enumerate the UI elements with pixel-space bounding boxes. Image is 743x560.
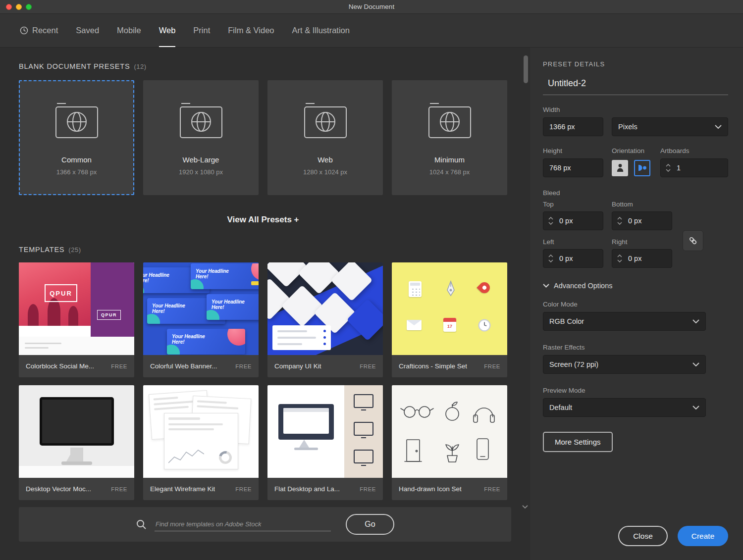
template-name: Flat Desktop and La... <box>274 485 340 493</box>
preset-size: 1920 x 1080 px <box>179 168 223 176</box>
tab-web[interactable]: Web <box>159 14 176 47</box>
orientation-portrait-button[interactable] <box>612 160 628 176</box>
more-settings-button[interactable]: More Settings <box>543 432 613 452</box>
title-bar: New Document <box>0 0 743 14</box>
raster-effects-select[interactable]: Screen (72 ppi) <box>543 355 706 374</box>
wire-bar <box>197 405 238 409</box>
preview-mode-select[interactable]: Default <box>543 398 706 417</box>
tab-print[interactable]: Print <box>193 14 210 47</box>
preset-card-common[interactable]: Common 1366 x 768 px <box>19 80 134 195</box>
imac-base <box>61 461 92 465</box>
presets-heading-text: BLANK DOCUMENT PRESETS <box>19 62 130 70</box>
bleed-bottom-label: Bottom <box>612 201 672 208</box>
create-button[interactable]: Create <box>678 526 728 546</box>
go-button[interactable]: Go <box>346 514 394 535</box>
zoom-window-button[interactable] <box>26 4 32 10</box>
banner-graphic: Your Headline Here! <box>207 294 259 320</box>
link-bleed-values-button[interactable] <box>683 230 703 251</box>
chevron-down-icon <box>666 169 671 172</box>
templates-heading-text: TEMPLATES <box>19 246 64 254</box>
width-input[interactable] <box>543 117 603 136</box>
preset-card-web-large[interactable]: Web-Large 1920 x 1080 px <box>143 80 259 195</box>
desktop-stand <box>299 440 309 448</box>
search-icon <box>136 519 147 530</box>
preset-card-web[interactable]: Web 1280 x 1024 px <box>267 80 383 195</box>
door-icon <box>405 440 422 461</box>
bleed-bottom-value: 0 px <box>628 217 641 225</box>
calendar-icon: 17 <box>443 318 456 332</box>
banner-graphic: Your Headline Here! <box>167 329 245 355</box>
orientation-landscape-button[interactable] <box>634 160 650 176</box>
chevron-up-icon <box>548 255 553 257</box>
glasses-icon <box>401 407 433 417</box>
logo-text-small: QPUR <box>97 310 121 320</box>
height-input[interactable] <box>543 158 603 177</box>
stock-search-input[interactable] <box>155 517 331 531</box>
minimize-window-button[interactable] <box>16 4 22 10</box>
monitor-outline-icon <box>354 394 373 408</box>
surface <box>19 466 134 478</box>
stepper-arrows[interactable] <box>617 255 622 262</box>
silhouette-shape <box>68 306 78 326</box>
template-name: Hand-drawn Icon Set <box>399 485 462 493</box>
width-label: Width <box>543 106 728 113</box>
blob-shape <box>227 329 245 346</box>
scroll-down-indicator[interactable] <box>522 502 528 511</box>
template-card-desktop-mockup[interactable]: Desktop Vector Moc...FREE <box>19 385 134 500</box>
chevron-down-icon <box>692 362 699 366</box>
bleed-top-stepper[interactable]: 0 px <box>543 211 603 230</box>
advanced-options-toggle[interactable]: Advanced Options <box>543 282 728 290</box>
scrollbar-thumb[interactable] <box>524 55 528 83</box>
template-badge: FREE <box>360 363 376 369</box>
template-card-web-banners[interactable]: Your Headline Here! Your Headline Here! <box>143 262 259 377</box>
bleed-bottom-stepper[interactable]: 0 px <box>612 211 672 230</box>
template-card-company-ui-kit[interactable]: Company UI KitFREE <box>267 262 383 377</box>
preset-details-panel: PRESET DETAILS Width Pixels Height Orien… <box>530 48 743 560</box>
browser-globe-icon <box>179 102 223 139</box>
stepper-arrows[interactable] <box>548 255 553 262</box>
raster-effects-label: Raster Effects <box>543 344 728 351</box>
artboards-stepper[interactable]: 1 <box>660 158 728 177</box>
stepper-arrows[interactable] <box>548 217 553 225</box>
template-name: Colorblock Social Me... <box>26 362 94 370</box>
bleed-right-stepper[interactable]: 0 px <box>612 249 672 268</box>
blob-shape <box>191 279 204 289</box>
silhouette-shape <box>48 298 60 326</box>
bleed-left-stepper[interactable]: 0 px <box>543 249 603 268</box>
template-card-colorblock[interactable]: QPUR QPUR Colorblock Social Me...FREE <box>19 262 134 377</box>
template-name: Desktop Vector Moc... <box>26 485 91 493</box>
units-select[interactable]: Pixels <box>612 117 728 136</box>
template-card-wireframe-kit[interactable]: Elegant Wireframe KitFREE <box>143 385 259 500</box>
smartphone-icon <box>477 439 488 459</box>
document-name-input[interactable] <box>543 74 728 95</box>
template-badge: FREE <box>235 363 252 369</box>
close-window-button[interactable] <box>6 4 12 10</box>
stepper-arrows[interactable] <box>617 217 622 225</box>
tab-saved[interactable]: Saved <box>76 14 99 47</box>
dot <box>323 343 326 345</box>
tab-label: Film & Video <box>228 26 274 35</box>
close-button[interactable]: Close <box>618 526 668 546</box>
tab-art-illustration[interactable]: Art & Illustration <box>292 14 350 47</box>
wireframe-card <box>164 413 238 469</box>
banner-headline: Your Headline Here! <box>212 299 253 310</box>
template-card-flat-desktop[interactable]: Flat Desktop and La...FREE <box>267 385 383 500</box>
view-all-presets-link[interactable]: View All Presets + <box>19 215 507 225</box>
tab-film-video[interactable]: Film & Video <box>228 14 274 47</box>
tab-label: Recent <box>32 26 58 35</box>
chevron-down-icon <box>617 222 622 225</box>
stepper-arrows[interactable] <box>666 164 671 172</box>
monitor-outline-icon <box>354 450 373 463</box>
template-card-crafticons[interactable]: 17 Crafticons - Simple SetFREE <box>392 262 507 377</box>
preset-size: 1280 x 1024 px <box>303 168 347 176</box>
template-thumbnail-desktop-mockup <box>19 385 134 478</box>
preset-card-minimum[interactable]: Minimum 1024 x 768 px <box>392 80 507 195</box>
tab-mobile[interactable]: Mobile <box>117 14 141 47</box>
template-card-hand-drawn-icons[interactable]: Hand-drawn Icon SetFREE <box>392 385 507 500</box>
wire-bar <box>154 397 178 400</box>
template-name: Colorful Web Banner... <box>150 362 217 370</box>
template-badge: FREE <box>484 486 500 492</box>
color-mode-select[interactable]: RGB Color <box>543 312 706 331</box>
logo-text: QPUR <box>45 284 77 302</box>
tab-recent[interactable]: Recent <box>20 14 58 47</box>
